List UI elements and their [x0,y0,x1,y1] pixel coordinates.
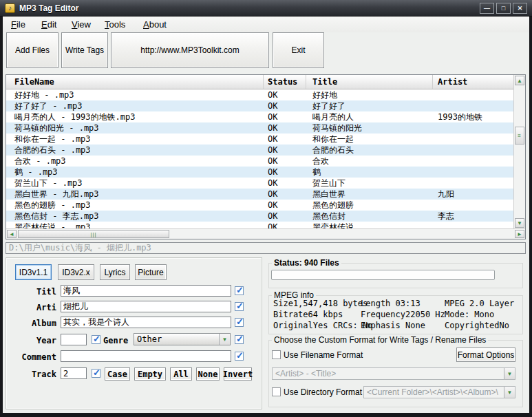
use-filename-format-checkbox[interactable] [272,350,281,359]
horizontal-scrollbar[interactable]: ◄ ||| ► [6,228,525,239]
genre-checkbox[interactable] [235,335,244,344]
artist-field[interactable] [61,301,231,312]
album-field[interactable] [61,317,231,328]
window-title: MP3 Tag Editor [19,3,78,13]
cell-title: 黑白世界 [306,189,433,200]
track-checkbox[interactable] [92,369,100,378]
table-row[interactable]: 合肥的石头 - .mp3 OK 合肥的石头 [6,145,513,156]
album-checkbox[interactable] [235,318,244,327]
table-row[interactable]: 黑白世界 - 九阳.mp3 OK 黑白世界 九阳 [6,189,513,200]
mpeg-copyright: CopyrightedNo [445,321,509,330]
custom-format-title: Choose the Custom Format for Write Tags … [272,335,488,345]
track-field[interactable] [61,367,87,379]
scroll-up-icon[interactable]: ▲ [515,76,524,85]
cell-title: 鹤 [306,167,433,178]
use-filename-format-label: Use Filename Format [284,350,363,360]
cell-status: OK [264,200,306,211]
cell-title: 荷马镇的阳光 [306,122,433,133]
empty-button[interactable]: Empty [134,367,166,381]
comment-checkbox[interactable] [235,352,244,361]
title-field[interactable] [61,285,231,297]
menu-view[interactable]: View [72,19,91,30]
table-row[interactable]: 黑色信封 - 李志.mp3 OK 黑色信封 李志 [6,211,513,222]
window-controls: — □ ✕ [480,3,527,14]
menu-edit[interactable]: Edit [41,19,56,30]
table-row[interactable]: 好好地 - .mp3 OK 好好地 [6,89,513,100]
cell-artist [433,178,513,189]
case-button[interactable]: Case [105,367,130,381]
cell-filename: 喝月亮的人 - 1993的地铁.mp3 [6,111,264,122]
table-row[interactable]: 荷马镇的阳光 - .mp3 OK 荷马镇的阳光 [6,122,513,133]
horizontal-scroll-thumb[interactable]: ||| [18,230,169,238]
filename-format-dropdown[interactable]: <Artist> - <Title> ▼ [272,367,515,380]
filename-format-arrow-icon[interactable]: ▼ [504,368,515,379]
tab-id3v2[interactable]: ID3v2.x [58,264,94,280]
format-options-button[interactable]: Format Options [456,348,515,362]
scroll-right-icon[interactable]: ► [515,230,524,238]
title-checkbox[interactable] [235,286,244,295]
artist-checkbox[interactable] [235,302,244,311]
table-row[interactable]: 喝月亮的人 - 1993的地铁.mp3 OK 喝月亮的人 1993的地铁 [6,111,513,122]
mpeg-mode: Mode: Mono [445,310,494,319]
file-list: FileName Status Title Artist 好好地 - .mp3 … [6,74,526,239]
menu-file[interactable]: File [11,19,25,30]
cell-status: OK [264,211,306,222]
column-header-artist[interactable]: Artist [433,75,513,89]
scroll-down-icon[interactable]: ▼ [515,218,524,228]
cell-status: OK [264,122,306,133]
mpeg-size: Size1,547,418 bytes [273,299,368,308]
tab-picture[interactable]: Picture [135,264,167,280]
table-row[interactable]: 好了好了 - .mp3 OK 好了好了 [6,100,513,111]
title-label: Titl [6,287,56,297]
vertical-scroll-thumb[interactable]: ≡ [515,127,524,145]
table-row[interactable]: 合欢 - .mp3 OK 合欢 [6,156,513,167]
cell-title: 黑恋林传说 [306,222,433,228]
genre-dropdown-arrow-icon[interactable]: ▼ [219,334,230,345]
all-button[interactable]: All [170,367,192,381]
tab-id3v1[interactable]: ID3v1.1 [15,264,52,280]
cell-filename: 合肥的石头 - .mp3 [6,145,264,156]
close-button[interactable]: ✕ [513,3,527,14]
cell-artist [433,222,513,228]
directory-format-dropdown[interactable]: <Current Folder>\<Artist>\<Album>\ ▼ [363,386,515,398]
table-row[interactable]: 贺兰山下 - .mp3 OK 贺兰山下 [6,178,513,189]
website-button[interactable]: http://www.MP3Toolkit.com [111,32,269,68]
add-files-button[interactable]: Add Files [6,32,58,68]
mpeg-bitrate: Bitrate64 kbps [273,310,343,319]
use-directory-format-checkbox[interactable] [272,387,281,396]
app-icon: ♪ [5,3,15,13]
invert-button[interactable]: Invert [224,367,252,381]
table-row[interactable]: 黑恋林传说 - .mp3 OK 黑恋林传说 [6,222,513,228]
exit-button[interactable]: Exit [273,32,324,68]
status-groupbox: Status: 940 Files [268,263,523,288]
column-header-title[interactable]: Title [306,75,433,89]
year-label: Year [6,336,56,345]
write-tags-button[interactable]: Write Tags [61,32,108,68]
tab-lyrics[interactable]: Lyrics [100,264,130,280]
year-checkbox[interactable] [92,335,100,344]
cell-title: 好了好了 [306,100,433,111]
cell-filename: 黑白世界 - 九阳.mp3 [6,189,264,200]
cell-status: OK [264,167,306,178]
menu-tools[interactable]: Tools [105,19,125,30]
none-button[interactable]: None [196,367,220,381]
comment-field[interactable] [61,350,231,362]
table-row[interactable]: 和你在一起 - .mp3 OK 和你在一起 [6,133,513,145]
column-header-filename[interactable]: FileName [6,75,264,89]
directory-format-arrow-icon[interactable]: ▼ [504,387,515,398]
table-row[interactable]: 鹤 - .mp3 OK 鹤 [6,167,513,178]
comment-label: Comment [6,352,56,362]
track-label: Track [6,370,56,379]
column-header-status[interactable]: Status [264,75,306,89]
table-row[interactable]: 黑色的翅膀 - .mp3 OK 黑色的翅膀 [6,200,513,211]
cell-title: 黑色信封 [306,211,433,222]
scroll-left-icon[interactable]: ◄ [7,230,17,238]
vertical-scrollbar[interactable]: ▲ ≡ ▼ [513,75,525,228]
maximize-button[interactable]: □ [496,3,511,14]
minimize-button[interactable]: — [480,3,494,14]
year-field[interactable] [61,334,87,345]
title-bar: ♪ MP3 Tag Editor — □ ✕ [0,0,532,17]
genre-dropdown[interactable]: Other ▼ [134,333,231,345]
menu-about[interactable]: About [143,19,167,30]
mpeg-frequency: Frequency22050 Hz [361,310,445,319]
